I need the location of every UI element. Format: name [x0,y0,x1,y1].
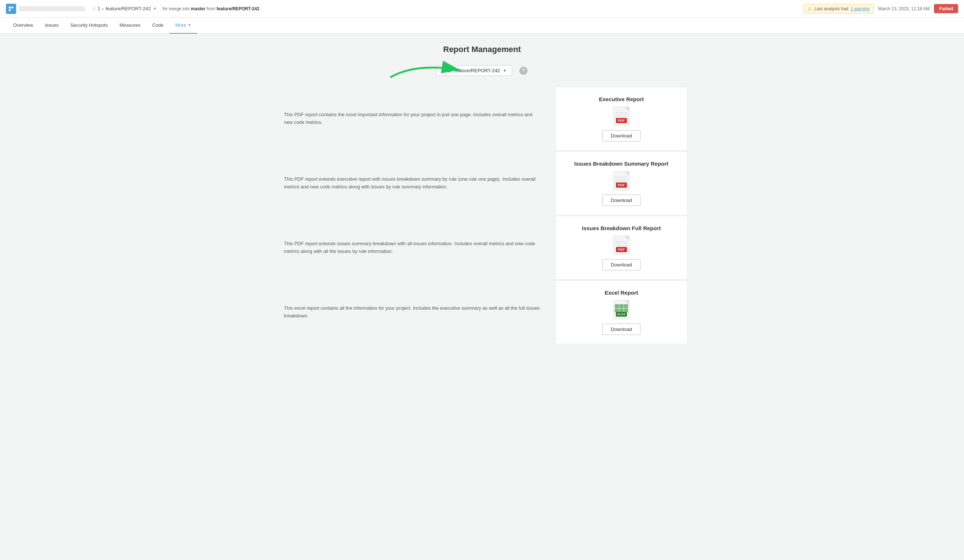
report-title-executive: Executive Report [599,96,644,102]
download-button-excel[interactable]: Download [602,324,640,335]
report-section-issues-breakdown-full: This PDF report extends issues summary b… [277,216,687,280]
report-desc-executive: This PDF report contains the most import… [277,87,555,151]
branch-chevron-icon: ▼ [153,6,156,11]
nav-security-hotspots[interactable]: Security Hotspots [65,18,114,34]
nav-code[interactable]: Code [147,18,169,34]
download-button-issues-breakdown-full[interactable]: Download [602,259,640,271]
navbar: Overview Issues Security Hotspots Measur… [0,18,964,34]
nav-more[interactable]: More ▼ [169,18,197,34]
analysis-datetime: March 13, 2023, 11:18 AM [878,6,930,11]
report-desc-issues-breakdown-summary: This PDF report extends executive report… [277,151,555,215]
topbar: ⑂ 1 – feature/REPORT-242 ▼ for merge int… [0,0,964,18]
app-icon [6,4,16,14]
report-desc-issues-breakdown-full: This PDF report extends issues summary b… [277,216,555,280]
project-name-blurred [19,6,85,11]
warning-text: Last analysis had [814,6,848,11]
file-icon-executive: PDF [613,107,629,126]
report-sections: This PDF report contains the most import… [277,87,687,344]
report-desc-excel: This excel report contains all the infor… [277,280,555,344]
branch-selector-row: ⑂ 1 - feature/REPORT-242 ▼ ? [277,65,687,76]
nav-measures[interactable]: Measures [114,18,147,34]
branch-selector-topbar[interactable]: ⑂ 1 – feature/REPORT-242 ▼ [93,6,156,12]
branch-name: 1 – feature/REPORT-242 [98,6,151,11]
more-chevron-icon: ▼ [187,23,191,27]
download-button-issues-breakdown-summary[interactable]: Download [602,195,640,206]
report-card-excel: Excel Report XLSX Download [555,280,687,344]
nav-overview[interactable]: Overview [7,18,39,34]
report-card-executive: Executive Report PDF Download [555,87,687,151]
file-icon-issues-breakdown-summary: PDF [613,171,629,190]
report-section-executive: This PDF report contains the most import… [277,87,687,151]
green-arrow [387,59,467,82]
report-card-issues-breakdown-full: Issues Breakdown Full Report PDF Downloa… [555,216,687,280]
branch-dropdown-chevron-icon: ▼ [503,68,506,73]
svg-rect-2 [9,9,11,11]
nav-issues[interactable]: Issues [39,18,65,34]
report-section-excel: This excel report contains all the infor… [277,280,687,344]
warning-badge: ⚠ Last analysis had 1 warning [803,4,874,13]
logo [6,4,85,14]
report-section-issues-breakdown-summary: This PDF report extends executive report… [277,151,687,215]
failed-button[interactable]: Failed [934,4,958,13]
file-icon-issues-breakdown-full: PDF [613,235,629,255]
help-icon[interactable]: ? [519,67,528,75]
file-icon-excel: XLSX [613,300,629,319]
svg-rect-1 [11,6,13,8]
download-button-executive[interactable]: Download [602,130,640,141]
report-title-excel: Excel Report [604,289,638,296]
report-title-issues-breakdown-summary: Issues Breakdown Summary Report [575,161,669,167]
page-title: Report Management [277,45,687,54]
svg-rect-0 [9,6,11,8]
merge-info: for merge into master from feature/REPOR… [163,6,259,11]
report-card-issues-breakdown-summary: Issues Breakdown Summary Report PDF Down… [555,151,687,215]
main-content: Report Management ⑂ 1 - feature/REPORT-2… [262,34,702,356]
warning-link[interactable]: 1 warning [851,6,870,11]
warning-icon: ⚠ [808,6,812,12]
report-title-issues-breakdown-full: Issues Breakdown Full Report [582,225,661,231]
branch-icon: ⑂ [93,6,95,12]
